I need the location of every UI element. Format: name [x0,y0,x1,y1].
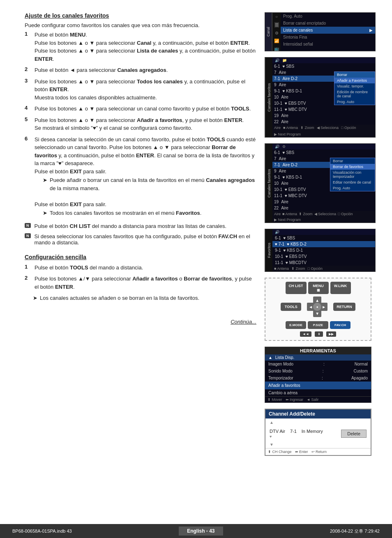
ch-10-num: 10 [274,95,279,99]
config-step-text-2: Pulse los botones ▲/▼ para seleccionar A… [35,275,256,291]
herr-imagen-val: Normal [355,362,368,366]
screen3-header-icons: 🔊 ⚙ [272,144,375,149]
s3-ch-7-num: 7 [274,156,277,161]
ch-7-num: 7 [274,70,277,75]
screen2-content: 🔊 📁 6-1 ♥ SBS 7 Aire [272,57,375,137]
screen1-container: Canal ○ ☰ ⚙ 📶 📺 Prog. Auto Bor [265,12,376,51]
screen3-label: Canales favoritos [265,144,272,223]
config-step-num-1: 1 [25,264,31,270]
step-num-3: 3 [25,78,31,84]
screen2-label: Canales favoritos [265,57,272,137]
delete-btn[interactable]: Delete [341,430,367,438]
s3-ch-7-1-name: Aire D-2 [282,163,297,167]
s3-row-9-1: 9-1 ♥ KBS D-1 [272,174,330,180]
pause-btn[interactable]: ⏸ [315,331,323,337]
row-10-1: 10-1 ♥ EBS DTV [272,100,334,106]
step-num-5: 5 [25,116,31,122]
s3-row-19: 19 Aire [272,199,330,205]
step-6: 6 Si desea cancelar la selección de un c… [25,136,256,217]
step-text-1: Pulse el botón MENU. Pulse los botones ▲… [35,31,256,63]
ch-return: ↩ Return [311,450,327,454]
s3-popup-editar: Editar nombre de canal [330,179,375,185]
step-text-5: Pulse los botones ▲ o ▼ para seleccionar… [35,116,244,132]
s4-ch-11-1-name: ♥ MBCDTV [286,260,307,265]
s4-row-10-1: 10-1 ♥ EBS DTV [272,253,375,260]
in-memory: In Memory [302,429,323,434]
s2-icon2: 📁 [282,58,287,62]
herr-colon3: : [322,376,323,380]
step-num-6: 6 [25,136,31,142]
menu-sintonia: Sintonia Fina [281,34,375,41]
chlist-btn[interactable]: CH LIST [286,282,307,294]
ch-19-name: Aire [281,113,288,118]
row-11-1: 11-1 ♥ MBC DTV [272,106,334,113]
s3-row-10: 10 Aire [272,180,330,186]
row-6-1: 6-1 ♥ SBS [272,63,334,69]
screen3: Canales favoritos 🔊 ⚙ 6-1 ♥ SBS [265,143,376,223]
s3-ch-9-name: Aire [279,169,286,173]
return-btn[interactable]: RETURN [333,303,355,311]
list-icon: ▲ [268,355,272,360]
s3-footer-sel: ◀ Selecciona [314,212,337,216]
step-1: 1 Pulse el botón MENU. Pulse los botones… [25,31,256,63]
step-num-4: 4 [25,105,31,111]
remote-bottom-row: E.MODE P.SIZE FAV.CH [269,321,367,329]
s3-row-9: 9 Aire [272,168,330,174]
step-text-6: Si desea cancelar la selección de un can… [35,136,256,217]
right-col: Canal ○ ☰ ⚙ 📶 📺 Prog. Auto Bor [265,12,376,456]
screen1-inner: ○ ☰ ⚙ 📶 📺 Prog. Auto Borrar canal encrip… [272,13,375,51]
main-layout: Ajuste de los canales favoritos Puede co… [25,12,376,456]
s3-ch-11-1-name: ♥ MBC DTV [285,193,307,198]
screen1-label: Canal [265,12,272,51]
intro-text: Puede configurar como favoritos los cana… [25,22,256,28]
ch-9-1-name: ♥ KBS D-1 [282,89,302,93]
herr-ingresar: ⬅ Ingresar [286,398,304,402]
s3-ch-22-num: 22 [274,206,279,210]
s2-footer-sel: ◀ Selecciona [317,126,339,130]
menu-arrow: ▶ [369,28,373,32]
menu-lista-label: Lista de canales [283,28,313,32]
s3-ch-7-1-num: 7-1 [274,163,280,167]
ch-10-name: Aire [281,95,288,99]
emode-btn[interactable]: E.MODE [286,321,306,329]
herr-anadir[interactable]: Añadir a favoritos [265,382,371,389]
row-22: 22 Aire [272,119,334,125]
tools-btn[interactable]: TOOLS [281,303,301,311]
s3-ch-10-1-name: ♥ EBS DTV [285,187,306,192]
screen4: Favoritos 🔊 6-1 ♥ SBS ♥ 7-1 [265,229,376,272]
herr-temp-label: Temporizador [268,376,293,380]
s3-row-22: 22 Aire [272,205,330,211]
ch-22-num: 22 [274,120,279,124]
ff-btn[interactable]: ▶▶ [326,331,336,337]
s4-row-7-1: ♥ 7-1 ♥ KBS D-2 [272,241,375,247]
config-step-2: 2 Pulse los botones ▲/▼ para seleccionar… [25,275,256,291]
herr-temp-val: Apagado [351,376,368,380]
s4-footer-op: □ Opción [307,267,322,271]
step-5: 5 Pulse los botones ▲ o ▼ para seleccion… [25,116,256,132]
s3-ch-19-name: Aire [281,200,288,204]
herr-imagen: Imagen Modo : Normal [265,361,371,368]
favch-btn[interactable]: FAV.CH [330,321,350,329]
s3-ch-9-1-num: 9-1 [274,175,280,179]
remote-mid-row: TOOLS ▲ ▼ ◄ ► ● RETURN [269,297,367,317]
screen4-inner: Favoritos 🔊 6-1 ♥ SBS ♥ 7-1 [265,229,375,271]
note-icon-favch: N [25,233,31,238]
dtv-label: DTV Air [270,429,285,434]
rew-btn[interactable]: ◄◄ [300,331,311,337]
herr-anadir-text: Añadir a favoritos [268,383,300,388]
row-7: 7 Aire [272,69,334,76]
step-num-2: 2 [25,66,31,72]
psize-btn[interactable]: P.SIZE [308,321,328,329]
ch-6-1-num: 6-1 [274,64,280,69]
popup-edicion: Edición de nombre de canal [334,89,375,99]
page-number: English - 43 [179,527,223,536]
popup-anadir-fav: Añadir a Favoritos [334,78,375,83]
wlink-btn[interactable]: W.LINK [330,282,351,294]
menu-intensidad: Intensidad señal [281,41,375,48]
s3-ch-22-name: Aire [281,206,288,210]
menu-btn[interactable]: MENU▦ [308,282,329,294]
s3-footer-aire: Aire [274,212,281,216]
popup-screen2: Borrar Añadir a Favoritos Visualiz. temp… [334,71,375,105]
screen1-menu: ○ ☰ ⚙ 📶 📺 Prog. Auto Borrar canal encrip… [272,12,376,51]
icon-list: ☰ [274,22,279,28]
